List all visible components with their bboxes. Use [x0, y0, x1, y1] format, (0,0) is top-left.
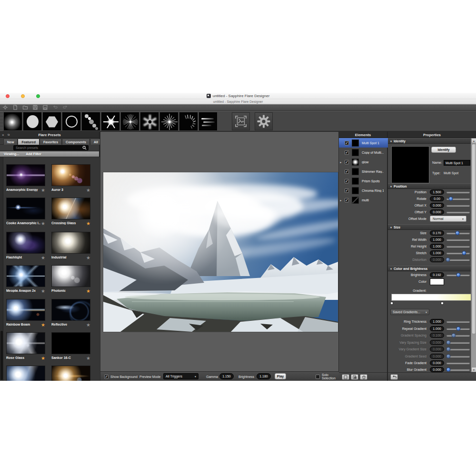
section-color-brightness[interactable]: ▾ Color and Brightness: [388, 266, 471, 271]
element-row[interactable]: ▸ ✓ glow: [339, 157, 388, 167]
close-panel-icon[interactable]: ×: [2, 133, 4, 137]
param-value-field[interactable]: 1.000: [430, 319, 444, 324]
expand-arrow-icon[interactable]: ▸: [339, 198, 343, 202]
slider-handle[interactable]: [462, 251, 466, 255]
element-row[interactable]: ✓ Shimmer Ray...: [339, 167, 388, 176]
expand-arrow-icon[interactable]: ▸: [339, 160, 343, 164]
param-slider[interactable]: [446, 232, 470, 234]
minimize-window-button[interactable]: [21, 94, 25, 98]
param-value-field[interactable]: 1.000: [430, 250, 444, 256]
preset-thumbnail[interactable]: [6, 366, 45, 381]
preset-item[interactable]: Rose Glass ★: [6, 332, 45, 359]
element-visibility-checkbox[interactable]: ✓: [345, 188, 349, 193]
element-row[interactable]: ✓ Multi Spot 1: [339, 138, 388, 148]
param-value-field[interactable]: 0.170: [430, 230, 444, 236]
show-background-checkbox[interactable]: ✓: [104, 372, 109, 381]
element-visibility-checkbox[interactable]: ✓: [345, 141, 349, 145]
param-slider[interactable]: [446, 211, 470, 213]
favorite-star-icon[interactable]: ★: [41, 256, 45, 260]
favorite-star-icon[interactable]: ★: [86, 289, 90, 294]
param-slider[interactable]: [446, 274, 470, 276]
save-as-icon[interactable]: [42, 105, 48, 110]
scroll-down-button[interactable]: ▼: [471, 367, 476, 372]
scrollbar-thumb[interactable]: [472, 144, 476, 334]
preset-item[interactable]: [6, 366, 45, 381]
tab-components[interactable]: Components: [62, 139, 90, 145]
undock-panel-icon[interactable]: ⧉: [8, 133, 10, 137]
triggers-dropdown[interactable]: All Triggers▼: [163, 373, 198, 379]
close-window-button[interactable]: [6, 94, 10, 98]
add-arc-streaks-element-button[interactable]: [179, 112, 198, 130]
preset-item[interactable]: Industrial ★: [51, 232, 90, 259]
favorite-star-icon[interactable]: ★: [86, 323, 90, 327]
properties-scrollbar[interactable]: ▲ ▼: [471, 138, 476, 372]
zoom-window-button[interactable]: [36, 94, 40, 98]
gradient-stop-bottom-icon[interactable]: [441, 302, 444, 305]
gradient-bar[interactable]: [391, 294, 473, 301]
preset-item[interactable]: Auror 3 ★: [51, 164, 90, 191]
redo-icon[interactable]: [62, 105, 68, 110]
delete-element-button[interactable]: [360, 374, 367, 380]
add-element-button[interactable]: [342, 374, 349, 380]
open-file-icon[interactable]: [22, 105, 28, 110]
element-row[interactable]: ✓ Copy of Multi...: [339, 148, 388, 157]
add-circle-element-button[interactable]: [23, 112, 41, 130]
param-slider[interactable]: [446, 239, 470, 241]
param-slider[interactable]: [446, 369, 470, 371]
preset-item[interactable]: Anamorphic Energy ★: [6, 164, 45, 191]
param-slider[interactable]: [446, 246, 470, 248]
preset-item[interactable]: Rainbow Beam ★: [6, 299, 45, 326]
preset-thumbnail[interactable]: [6, 265, 45, 287]
add-shimmer-rays-element-button[interactable]: [121, 112, 139, 130]
preset-item[interactable]: Meopta Anagon 2x ★: [6, 265, 45, 292]
add-streaks-element-button[interactable]: [199, 112, 217, 130]
favorite-star-icon[interactable]: ★: [41, 323, 45, 327]
add-soft-rays-element-button[interactable]: [140, 112, 159, 130]
preset-thumbnail[interactable]: [6, 198, 45, 219]
preset-thumbnail[interactable]: [51, 164, 90, 186]
param-slider[interactable]: [446, 205, 470, 207]
preset-thumbnail[interactable]: [51, 299, 90, 321]
slider-handle[interactable]: [456, 273, 461, 277]
element-visibility-checkbox[interactable]: ✓: [345, 169, 349, 174]
param-slider[interactable]: [446, 198, 470, 200]
section-size[interactable]: ▾ Size: [388, 224, 471, 230]
tab-favorites[interactable]: Favorites: [40, 139, 62, 145]
param-slider[interactable]: [446, 252, 470, 254]
brightness-field[interactable]: 1.180: [257, 373, 271, 379]
favorite-star-icon[interactable]: ★: [41, 289, 45, 294]
preset-thumbnail[interactable]: [51, 232, 90, 254]
param-value-field[interactable]: 0.000: [430, 360, 444, 366]
gamma-field[interactable]: 1.150: [219, 373, 234, 379]
element-visibility-checkbox[interactable]: ✓: [345, 198, 349, 202]
search-input[interactable]: [14, 146, 80, 149]
preset-thumbnail[interactable]: [6, 299, 45, 321]
preset-thumbnail[interactable]: [6, 332, 45, 354]
favorite-star-icon[interactable]: ★: [41, 188, 45, 193]
param-value-field[interactable]: 0.192: [430, 272, 444, 278]
background-image-button[interactable]: [232, 112, 250, 130]
identify-button[interactable]: Identify: [431, 147, 456, 153]
add-hexagon-element-button[interactable]: [43, 112, 61, 130]
favorite-star-icon[interactable]: ★: [86, 256, 90, 260]
add-multi-spot-element-button[interactable]: [82, 112, 100, 130]
preset-item[interactable]: Reflective ★: [51, 299, 90, 326]
preset-thumbnail[interactable]: [51, 332, 90, 354]
element-visibility-checkbox[interactable]: ✓: [345, 150, 349, 155]
favorite-star-icon[interactable]: ★: [41, 221, 45, 226]
offset-mode-dropdown[interactable]: Normal ▼: [430, 216, 466, 222]
favorite-star-icon[interactable]: ★: [86, 221, 90, 226]
preset-item[interactable]: [51, 366, 90, 381]
flare-icon[interactable]: [2, 105, 8, 110]
solo-selection-checkbox[interactable]: [316, 372, 320, 381]
preset-thumbnail[interactable]: [51, 366, 90, 381]
tab-new[interactable]: New: [3, 139, 18, 145]
element-visibility-checkbox[interactable]: ✓: [345, 179, 349, 183]
favorite-star-icon[interactable]: ★: [86, 188, 90, 193]
preset-thumbnail[interactable]: [51, 265, 90, 287]
element-row[interactable]: ▸ ✓ multi: [339, 195, 388, 205]
add-star-element-button[interactable]: [101, 112, 119, 130]
saved-gradients-dropdown[interactable]: Saved Gradients... ▼: [390, 309, 429, 315]
new-file-icon[interactable]: [12, 105, 18, 110]
background-photo[interactable]: [103, 172, 338, 332]
